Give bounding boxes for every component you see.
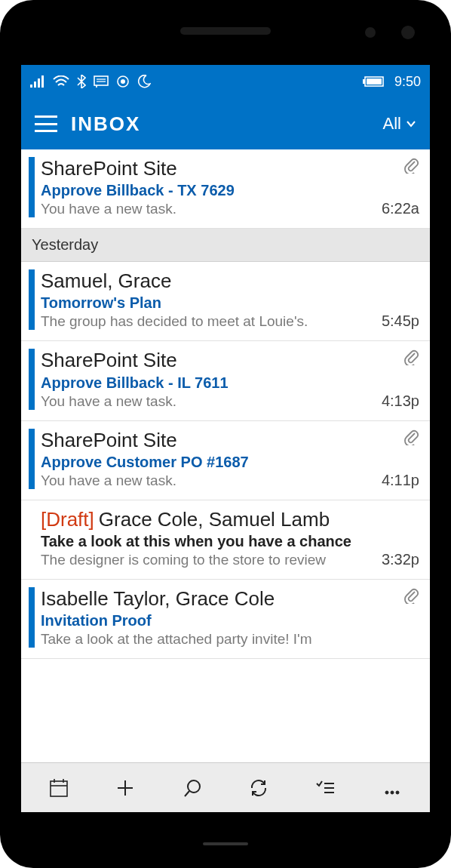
message-icon xyxy=(94,75,109,88)
message-sender: SharePoint Site xyxy=(41,349,376,372)
svg-line-25 xyxy=(185,791,189,796)
message-item[interactable]: SharePoint SiteApprove Customer PO #1687… xyxy=(21,421,430,500)
moon-icon xyxy=(137,75,151,88)
message-subject: Take a look at this when you have a chan… xyxy=(41,533,376,550)
filter-label: All xyxy=(383,114,401,134)
status-bar: 9:50 xyxy=(21,65,430,98)
filter-dropdown[interactable]: All xyxy=(383,114,416,134)
attachment-icon xyxy=(416,269,419,283)
menu-button[interactable] xyxy=(35,115,57,132)
svg-point-29 xyxy=(385,791,388,794)
message-subject: Approve Customer PO #1687 xyxy=(41,454,376,471)
attachment-icon xyxy=(403,157,419,177)
message-item[interactable]: [Draft]Grace Cole, Samuel LambTake a loo… xyxy=(21,500,430,580)
message-item[interactable]: SharePoint SiteApprove Billback - IL 761… xyxy=(21,341,430,420)
message-sender: SharePoint Site xyxy=(41,157,376,180)
message-subject: Approve Billback - TX 7629 xyxy=(41,182,376,199)
signal-icon xyxy=(30,75,45,88)
screen: 9:50 INBOX All SharePoint SiteApprove Bi… xyxy=(21,65,430,812)
message-preview: You have a new task. xyxy=(41,393,327,410)
message-item[interactable]: SharePoint SiteApprove Billback - TX 762… xyxy=(21,149,430,229)
draft-tag: [Draft] xyxy=(41,508,94,531)
message-item[interactable]: Isabelle Taylor, Grace ColeInvitation Pr… xyxy=(21,580,430,659)
message-sender: SharePoint Site xyxy=(41,429,376,452)
location-icon xyxy=(116,75,130,88)
status-time: 9:50 xyxy=(394,74,421,90)
group-header: Yesterday xyxy=(21,229,430,262)
calendar-button[interactable] xyxy=(42,771,75,805)
message-time: 6:22a xyxy=(382,200,419,217)
message-sender: Samuel, Grace xyxy=(41,269,376,293)
attachment-icon xyxy=(403,349,419,368)
message-list[interactable]: SharePoint SiteApprove Billback - TX 762… xyxy=(21,149,430,762)
more-button[interactable] xyxy=(376,771,409,805)
message-preview: You have a new task. xyxy=(41,201,327,217)
app-bar: INBOX All xyxy=(21,98,430,149)
message-sender: Isabelle Taylor, Grace Cole xyxy=(41,587,397,611)
svg-rect-0 xyxy=(30,85,32,88)
message-preview: Take a look at the attached party invite… xyxy=(41,631,327,648)
message-preview: You have a new task. xyxy=(41,472,327,489)
message-preview: The group has decided to meet at Louie's… xyxy=(41,313,327,330)
message-subject: Tomorrow's Plan xyxy=(41,294,376,312)
attachment-icon xyxy=(403,587,419,607)
svg-rect-11 xyxy=(363,79,365,84)
sync-button[interactable] xyxy=(242,771,275,805)
select-button[interactable] xyxy=(308,771,342,805)
bluetooth-icon xyxy=(77,75,86,88)
svg-point-30 xyxy=(391,791,394,794)
unread-indicator xyxy=(29,157,35,217)
wifi-icon xyxy=(53,75,69,88)
unread-indicator xyxy=(29,429,35,489)
unread-indicator xyxy=(29,587,35,648)
message-item[interactable]: Samuel, GraceTomorrow's PlanThe group ha… xyxy=(21,262,430,341)
svg-rect-10 xyxy=(367,78,382,85)
message-time: 5:45p xyxy=(382,312,419,330)
attachment-icon xyxy=(403,429,419,448)
svg-point-31 xyxy=(396,791,399,794)
svg-point-8 xyxy=(121,79,125,84)
chevron-down-icon xyxy=(406,114,416,134)
page-title: INBOX xyxy=(71,112,140,136)
new-button[interactable] xyxy=(109,771,142,805)
battery-icon xyxy=(363,76,385,87)
svg-rect-12 xyxy=(51,781,67,796)
svg-point-24 xyxy=(188,780,200,793)
attachment-icon xyxy=(416,508,419,522)
command-bar xyxy=(21,762,430,812)
message-time: 4:11p xyxy=(382,472,419,489)
message-time: 3:32p xyxy=(382,551,419,568)
message-time: 4:13p xyxy=(382,392,419,410)
search-button[interactable] xyxy=(176,771,209,805)
message-subject: Approve Billback - IL 7611 xyxy=(41,374,376,392)
unread-indicator xyxy=(29,349,35,409)
unread-indicator xyxy=(29,269,35,330)
svg-rect-4 xyxy=(94,76,108,85)
svg-rect-3 xyxy=(41,75,44,88)
svg-rect-1 xyxy=(34,82,36,88)
message-subject: Invitation Proof xyxy=(41,612,397,629)
message-preview: The designer is coming to the store to r… xyxy=(41,552,327,568)
message-sender: [Draft]Grace Cole, Samuel Lamb xyxy=(41,508,376,531)
svg-rect-2 xyxy=(38,78,40,88)
